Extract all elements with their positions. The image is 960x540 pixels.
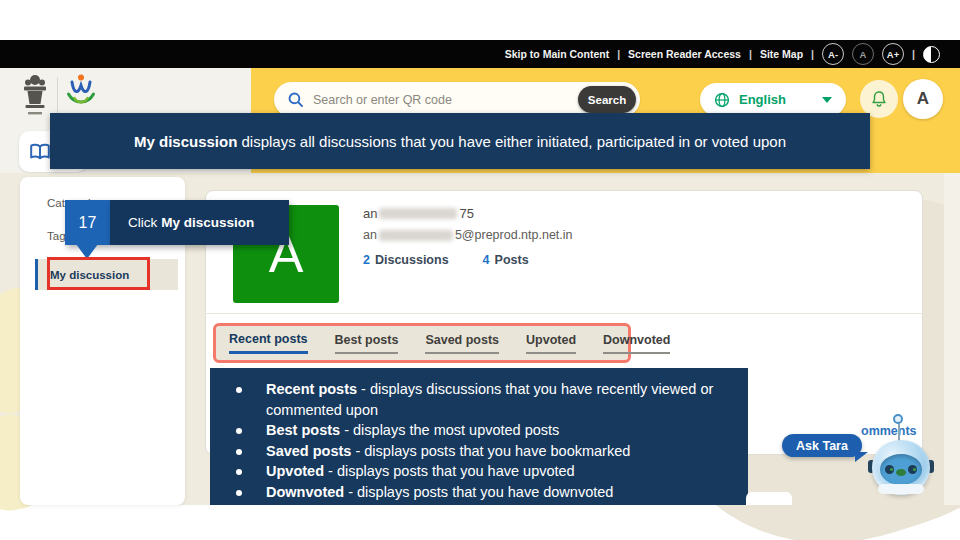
- tooltip-step-number: 17: [65, 200, 110, 245]
- info-item: Downvoted - displays posts that you have…: [210, 482, 748, 503]
- divider: [205, 313, 923, 314]
- card-corner: [746, 492, 792, 505]
- font-decrease-button[interactable]: A-: [822, 43, 844, 65]
- font-increase-button[interactable]: A+: [882, 43, 904, 65]
- robot-mouth: [896, 469, 906, 476]
- discussions-stat: 2Discussions: [363, 253, 449, 267]
- robot-eye: [885, 465, 894, 474]
- redacted-text: [379, 230, 453, 241]
- search-bar: Search: [274, 82, 640, 117]
- search-input[interactable]: [313, 93, 543, 107]
- font-default-button[interactable]: A: [852, 43, 874, 65]
- tab-best-posts[interactable]: Best posts: [335, 333, 399, 354]
- accessibility-bar: Skip to Main Content | Screen Reader Acc…: [0, 40, 960, 68]
- tab-recent-posts[interactable]: Recent posts: [229, 332, 308, 354]
- logo-divider: [57, 78, 58, 116]
- chevron-down-icon: [822, 97, 832, 103]
- search-icon: [287, 91, 304, 108]
- language-label: English: [739, 92, 786, 107]
- tab-upvoted[interactable]: Upvoted: [526, 333, 576, 354]
- profile-username: an 75: [363, 206, 474, 221]
- tab-downvoted[interactable]: Downvoted: [603, 333, 670, 354]
- highlight-box-my-discussion: [47, 257, 150, 290]
- skip-to-main-link[interactable]: Skip to Main Content: [505, 48, 609, 60]
- info-item: Saved posts - displays posts that you ha…: [210, 441, 748, 462]
- tutorial-banner: My discussion displays all discussions t…: [50, 113, 870, 169]
- robot-eye: [908, 465, 917, 474]
- globe-icon: [714, 92, 730, 108]
- bell-icon: [870, 90, 888, 108]
- profile-stats: 2Discussions 4Posts: [363, 253, 529, 267]
- profile-email: an 5@preprod.ntp.net.in: [363, 228, 573, 242]
- separator: |: [749, 48, 752, 60]
- search-button[interactable]: Search: [578, 86, 636, 113]
- redacted-text: [379, 208, 457, 219]
- separator: |: [811, 48, 814, 60]
- info-item: Recent posts - displays discussions that…: [210, 379, 748, 420]
- robot-antenna-ball: [893, 414, 903, 424]
- platform-logo-icon: [64, 73, 98, 115]
- site-map-link[interactable]: Site Map: [760, 48, 803, 60]
- decorative-strip: [944, 173, 960, 505]
- tab-saved-posts[interactable]: Saved posts: [425, 333, 499, 354]
- national-emblem-icon: [22, 74, 48, 120]
- robot-helmet-rim: [878, 484, 924, 494]
- ask-tara-button[interactable]: Ask Tara: [782, 434, 862, 457]
- contrast-toggle-icon[interactable]: [923, 46, 940, 63]
- tabs-explanation-box: Recent posts - displays discussions that…: [210, 368, 748, 505]
- language-selector[interactable]: English: [700, 83, 846, 116]
- page: Skip to Main Content | Screen Reader Acc…: [0, 0, 960, 540]
- separator: |: [617, 48, 620, 60]
- user-avatar[interactable]: A: [903, 79, 943, 119]
- separator: |: [912, 48, 915, 60]
- posts-tab-bar: Recent posts Best posts Saved posts Upvo…: [213, 323, 631, 363]
- screen-reader-link[interactable]: Screen Reader Access: [628, 48, 741, 60]
- info-item: Upvoted - displays posts that you have u…: [210, 461, 748, 482]
- posts-stat: 4Posts: [483, 253, 529, 267]
- ask-tara-bubble-tail: [855, 452, 868, 462]
- tooltip-instruction: ClickMy discussion: [110, 200, 289, 245]
- open-book-icon: [29, 143, 51, 161]
- tara-robot-mascot[interactable]: [868, 412, 934, 504]
- info-item: Best posts - displays the most upvoted p…: [210, 420, 748, 441]
